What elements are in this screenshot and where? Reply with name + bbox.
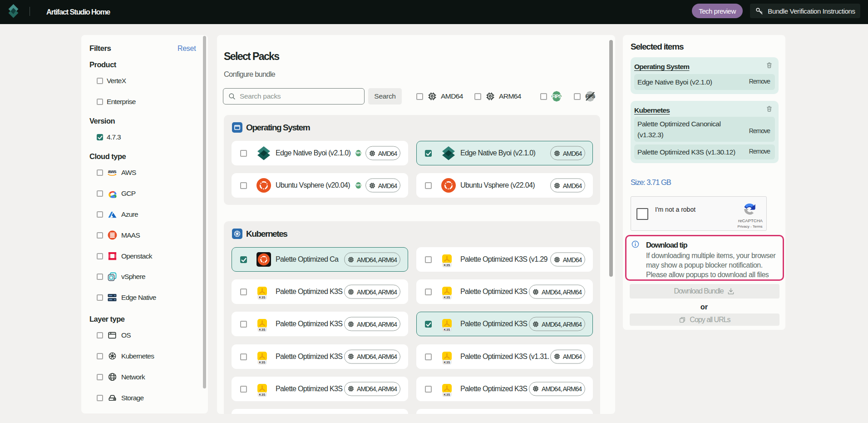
- svg-text:aws: aws: [108, 169, 117, 174]
- svg-text:FIPS: FIPS: [552, 94, 562, 99]
- svg-text:K3S: K3S: [444, 360, 450, 364]
- svg-text:K3S: K3S: [259, 392, 265, 396]
- svg-text:K3S: K3S: [444, 263, 450, 267]
- svg-text:K3S: K3S: [444, 392, 450, 396]
- svg-text:K3S: K3S: [259, 295, 265, 299]
- svg-text:K3S: K3S: [259, 328, 265, 332]
- svg-text:K3S: K3S: [259, 360, 265, 364]
- svg-text:FIPS: FIPS: [355, 184, 362, 187]
- svg-text:FIPS: FIPS: [355, 151, 362, 154]
- svg-text:K3S: K3S: [444, 328, 450, 332]
- svg-text:K3S: K3S: [444, 295, 450, 299]
